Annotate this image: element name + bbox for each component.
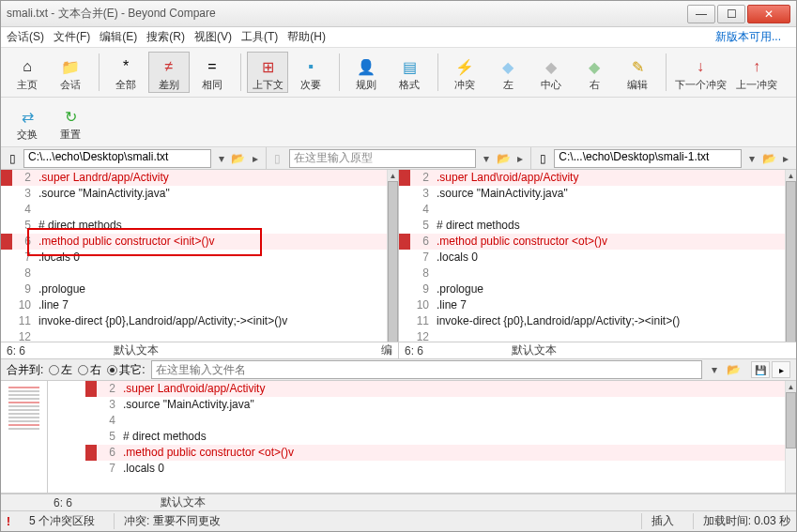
menu-search[interactable]: 搜索(R): [146, 29, 185, 45]
all-button[interactable]: *全部: [105, 52, 146, 93]
code-line[interactable]: 8: [399, 266, 785, 281]
code-line[interactable]: 4: [1, 202, 387, 218]
next-conflict-button[interactable]: ↓下一个冲突: [672, 52, 728, 93]
separator: [666, 53, 667, 91]
right-pane: 2.super Land\roid/app/Activity3.source "…: [399, 170, 796, 358]
close-button[interactable]: ✕: [747, 5, 790, 23]
code-line[interactable]: 3.source "MainActivity.java": [1, 186, 387, 202]
diff-button[interactable]: ≠差别: [148, 52, 190, 93]
prev-conflict-button[interactable]: ↑上一冲突: [730, 52, 783, 93]
window-title: smali.txt - 文本合并(E) - Beyond Compare: [7, 6, 685, 22]
same-button[interactable]: =相同: [192, 52, 233, 93]
right-code[interactable]: 2.super Land\roid/app/Activity3.source "…: [399, 170, 796, 342]
right-path-input[interactable]: C:\...\echo\Desktop\smali-1.txt: [554, 149, 742, 168]
chevron-right-icon[interactable]: ▸: [513, 150, 527, 167]
scrollbar[interactable]: ▲: [785, 170, 796, 342]
code-line[interactable]: 7.locals 0: [1, 250, 387, 266]
code-line[interactable]: 7.locals 0: [399, 250, 785, 266]
merge-left-radio[interactable]: 左: [49, 362, 72, 378]
home-button[interactable]: ⌂主页: [7, 52, 48, 93]
conflict-button[interactable]: ⚡冲突: [444, 52, 485, 93]
menu-view[interactable]: 视图(V): [194, 29, 232, 45]
save-icon[interactable]: 💾: [751, 361, 770, 378]
code-line[interactable]: 3.source "MainActivity.java": [85, 397, 785, 413]
code-line[interactable]: 9.prologue: [399, 281, 785, 297]
code-line[interactable]: 12: [399, 329, 785, 342]
menu-edit[interactable]: 编辑(E): [100, 29, 137, 45]
left-path-input[interactable]: C:\...\echo\Desktop\smali.txt: [23, 149, 211, 168]
recompare-button[interactable]: ↻重置: [50, 101, 91, 143]
menu-help[interactable]: 帮助(H): [287, 29, 326, 45]
code-line[interactable]: 2.super Land\roid/app/Activity: [85, 381, 785, 397]
scroll-up-icon[interactable]: ▲: [388, 170, 398, 181]
code-line[interactable]: 5# direct methods: [399, 218, 785, 234]
code-line[interactable]: 4: [399, 202, 785, 218]
left-pane: 2.super Landrd/app/Activity3.source "Mai…: [1, 170, 399, 358]
merge-filename-input[interactable]: [151, 360, 702, 379]
scrollbar[interactable]: ▲: [387, 170, 398, 342]
minimize-button[interactable]: —: [687, 5, 715, 23]
dropdown-icon[interactable]: ▾: [745, 150, 759, 167]
code-line[interactable]: 7.locals 0: [85, 461, 785, 477]
dropdown-icon[interactable]: ▾: [708, 361, 721, 378]
code-line[interactable]: 10.line 7: [1, 297, 387, 313]
scrollbar[interactable]: ▲: [785, 381, 796, 493]
code-line[interactable]: 6.method public constructor <ot>()v: [399, 234, 785, 250]
browse-icon[interactable]: 📂: [232, 150, 245, 167]
scroll-up-icon[interactable]: ▲: [786, 381, 796, 392]
menu-tools[interactable]: 工具(T): [241, 29, 278, 45]
code-line[interactable]: 3.source "MainActivity.java": [399, 186, 785, 202]
code-line[interactable]: 6.method public constructor <ot>()v: [85, 445, 785, 461]
center-path-cell: ▯ 在这里输入原型 ▾ 📂 ▸: [267, 147, 532, 169]
code-line[interactable]: 5# direct methods: [1, 218, 387, 234]
maximize-button[interactable]: ☐: [717, 5, 745, 23]
edit-button[interactable]: ✎编辑: [617, 52, 658, 93]
code-line[interactable]: 4: [85, 413, 785, 429]
merge-thumbnail[interactable]: [1, 381, 48, 493]
file-icon: ▯: [5, 151, 20, 166]
code-line[interactable]: 11invoke-direct {p0},Landroid/app/Activi…: [1, 313, 387, 329]
context-button[interactable]: ⊞上下文: [247, 52, 288, 93]
browse-icon[interactable]: 📂: [727, 361, 740, 378]
scroll-up-icon[interactable]: ▲: [786, 170, 796, 181]
file-icon: ▯: [270, 151, 285, 166]
code-line[interactable]: 2.super Land\roid/app/Activity: [399, 170, 785, 186]
code-line[interactable]: 11invoke-direct {p0},Landroid/app/Activi…: [399, 313, 785, 329]
swap-button[interactable]: ⇄交换: [7, 101, 48, 143]
titlebar: smali.txt - 文本合并(E) - Beyond Compare — ☐…: [1, 1, 796, 27]
left-code[interactable]: 2.super Landrd/app/Activity3.source "Mai…: [1, 170, 398, 342]
dropdown-icon[interactable]: ▾: [480, 150, 493, 167]
load-time: 加载时间: 0.03 秒: [693, 513, 790, 529]
browse-icon[interactable]: 📂: [497, 150, 510, 167]
rules-button[interactable]: 👤规则: [345, 52, 387, 93]
code-line[interactable]: 10.line 7: [399, 297, 785, 313]
code-line[interactable]: 12: [1, 329, 387, 342]
minor-button[interactable]: ▪次要: [290, 52, 331, 93]
code-line[interactable]: 8: [1, 266, 387, 281]
session-button[interactable]: 📁会话: [50, 52, 91, 93]
minor-icon: ▪: [308, 57, 314, 76]
menu-file[interactable]: 文件(F): [54, 29, 90, 45]
chevron-right-icon[interactable]: ▸: [772, 361, 790, 378]
chevron-right-icon[interactable]: ▸: [249, 150, 262, 167]
merge-right-radio[interactable]: 右: [78, 362, 101, 378]
center-path-input[interactable]: 在这里输入原型: [289, 149, 477, 168]
code-line[interactable]: 2.super Landrd/app/Activity: [1, 170, 387, 186]
left-button[interactable]: ◆左: [487, 52, 529, 93]
code-line[interactable]: 9.prologue: [1, 281, 387, 297]
right-button[interactable]: ◆右: [574, 52, 615, 93]
merge-other-radio[interactable]: 其它:: [107, 362, 145, 378]
menu-session[interactable]: 会话(S): [7, 29, 44, 45]
secondary-toolbar: ⇄交换 ↻重置: [1, 98, 796, 147]
browse-icon[interactable]: 📂: [762, 150, 775, 167]
chevron-right-icon[interactable]: ▸: [779, 150, 792, 167]
code-line[interactable]: 5# direct methods: [85, 429, 785, 445]
update-link[interactable]: 新版本可用...: [715, 29, 781, 45]
code-line[interactable]: 6.method public constructor <init>()v: [1, 234, 387, 250]
up-arrow-icon: ↑: [753, 57, 760, 76]
merge-code[interactable]: 2.super Land\roid/app/Activity3.source "…: [48, 381, 796, 493]
format-button[interactable]: ▤格式: [389, 52, 430, 93]
dropdown-icon[interactable]: ▾: [215, 150, 228, 167]
file-icon: ▯: [535, 151, 550, 166]
center-button[interactable]: ◆中心: [530, 52, 572, 93]
